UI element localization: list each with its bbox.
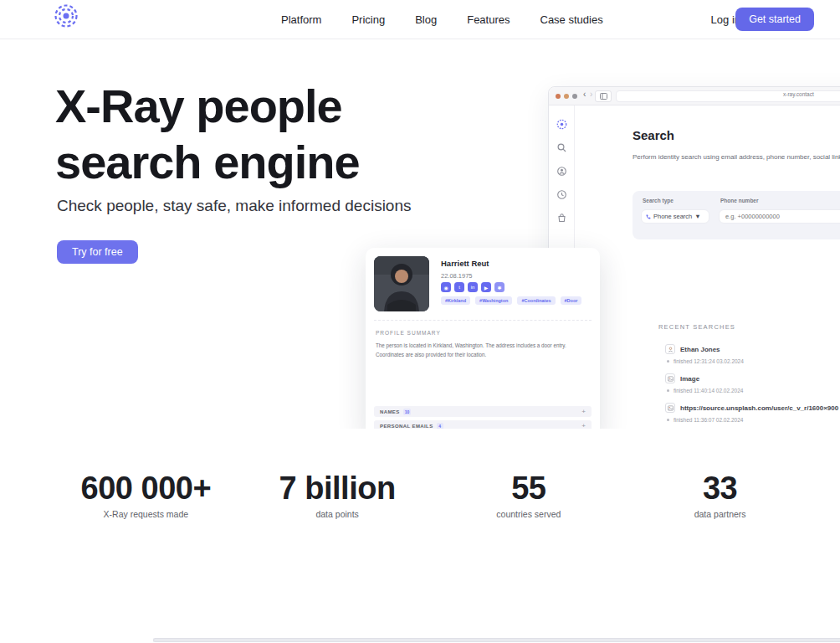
recent-search-status: finished 11:40:14 02.02.2024: [674, 388, 743, 394]
hero-title: X-Ray people search engine: [55, 78, 457, 190]
profile-summary-text: The person is located in Kirkland, Washi…: [376, 341, 586, 359]
nav-platform[interactable]: Platform: [281, 13, 321, 26]
section-divider: [153, 638, 840, 642]
phone-icon: [646, 214, 651, 219]
app-main: Search Perform identity search using ema…: [575, 105, 840, 429]
profile-name: Harriett Reut: [441, 259, 489, 268]
search-type-value: Phone search: [653, 213, 692, 220]
profile-social-links: ◉ t in ▶ ✱: [441, 282, 505, 292]
youtube-icon[interactable]: ▶: [481, 282, 491, 292]
image-icon: [665, 373, 675, 383]
status-dot: [667, 419, 669, 421]
phone-number-input[interactable]: [719, 209, 840, 224]
tag-coordinates[interactable]: #Coordinates: [517, 296, 555, 305]
try-for-free-button[interactable]: Try for free: [57, 240, 138, 264]
profile-tags: #Kirkland #Washington #Coordinates #Door: [441, 296, 581, 305]
plus-icon[interactable]: +: [581, 408, 586, 415]
search-form-panel: Search type Phone number Phone search ▼: [633, 191, 840, 239]
traffic-light-close-icon: [556, 94, 561, 99]
recent-search-item[interactable]: Image finished 11:40:14 02.02.2024: [658, 373, 840, 397]
landing-page: Platform Pricing Blog Features Case stud…: [0, 0, 840, 643]
nav-links: Platform Pricing Blog Features Case stud…: [281, 0, 603, 39]
person-icon: [665, 344, 675, 354]
app-logo-icon[interactable]: [556, 119, 567, 130]
traffic-light-minimize-icon: [564, 94, 569, 99]
stat-value: 55: [433, 471, 625, 507]
recent-search-item[interactable]: Ethan Jones finished 12:31:24 03.02.2024: [658, 344, 840, 368]
twitter-icon[interactable]: t: [454, 282, 464, 292]
browser-url-text: x-ray.contact: [783, 91, 814, 97]
app-history-icon[interactable]: [556, 189, 567, 200]
get-started-button[interactable]: Get started: [735, 8, 814, 31]
nav-features[interactable]: Features: [467, 13, 510, 26]
recent-search-status: finished 12:31:24 03.02.2024: [674, 358, 744, 364]
search-type-dropdown[interactable]: Phone search ▼: [641, 209, 709, 224]
stat-requests: 600 000+ X-Ray requests made: [50, 471, 242, 519]
recent-search-item[interactable]: https://source.unsplash.com/user/c_v_r/1…: [658, 403, 840, 426]
app-profile-icon[interactable]: [556, 166, 567, 177]
stat-data-points: 7 billion data points: [242, 471, 433, 519]
stat-value: 600 000+: [50, 471, 242, 507]
hero-subtitle: Check people, stay safe, make informed d…: [57, 197, 412, 215]
chevron-down-icon: ▼: [694, 213, 700, 220]
stat-label: X-Ray requests made: [50, 509, 242, 519]
recent-search-title: Ethan Jones: [680, 346, 720, 353]
stat-value: 33: [624, 471, 816, 507]
top-nav: Platform Pricing Blog Features Case stud…: [0, 0, 840, 39]
status-dot: [667, 389, 669, 392]
nav-pricing[interactable]: Pricing: [351, 13, 385, 26]
stat-label: countries served: [433, 509, 625, 519]
tag-washington[interactable]: #Washington: [475, 296, 512, 305]
stat-partners: 33 data partners: [624, 471, 816, 519]
stat-label: data points: [242, 509, 433, 519]
instagram-icon[interactable]: ◉: [441, 282, 451, 292]
profile-summary-heading: PROFILE SUMMARY: [376, 330, 441, 336]
phone-number-label: Phone number: [720, 198, 759, 203]
app-cart-icon[interactable]: [556, 213, 567, 224]
nav-blog[interactable]: Blog: [415, 13, 437, 26]
tag-kirkland[interactable]: #Kirkland: [441, 296, 470, 305]
stats-row: 600 000+ X-Ray requests made 7 billion d…: [50, 471, 816, 519]
plus-icon[interactable]: +: [581, 422, 586, 429]
profile-birthdate: 22.08.1975: [441, 272, 473, 280]
hero-section: X-Ray people search engine Check people,…: [0, 39, 840, 429]
count-badge: 10: [403, 409, 412, 415]
image-icon: [665, 403, 675, 413]
stat-label: data partners: [624, 509, 816, 519]
accordion-names[interactable]: NAMES 10 +: [374, 406, 592, 417]
nav-case-studies[interactable]: Case studies: [540, 13, 603, 26]
linkedin-icon[interactable]: in: [468, 282, 478, 292]
web-icon[interactable]: ✱: [494, 282, 505, 292]
browser-forward-icon[interactable]: ›: [590, 90, 592, 99]
recent-search-status: finished 11:36:07 02.02.2024: [674, 417, 743, 423]
app-page-description: Perform identity search using email addr…: [633, 153, 840, 161]
browser-sidebar-icon[interactable]: [595, 90, 612, 102]
accordion-personal-emails[interactable]: PERSONAL EMAILS 4 +: [374, 420, 592, 429]
recent-search-title: Image: [680, 375, 699, 383]
count-badge: 4: [437, 423, 443, 430]
tag-door[interactable]: #Door: [561, 296, 582, 305]
card-divider: [374, 320, 592, 321]
app-search-icon[interactable]: [556, 142, 567, 153]
stat-value: 7 billion: [242, 471, 433, 507]
accordion-label: NAMES: [380, 409, 400, 414]
stat-countries: 55 countries served: [433, 471, 625, 519]
search-type-label: Search type: [643, 198, 674, 203]
recent-searches-heading: RECENT SEARCHES: [658, 323, 735, 331]
status-dot: [667, 360, 669, 363]
brand-logo-icon[interactable]: [54, 3, 79, 28]
app-page-title: Search: [633, 128, 674, 142]
profile-result-card: Harriett Reut 22.08.1975 ◉ t in ▶ ✱ #Kir…: [366, 248, 600, 429]
browser-back-icon[interactable]: ‹: [583, 90, 586, 99]
recent-search-title: https://source.unsplash.com/user/c_v_r/1…: [680, 404, 838, 412]
accordion-label: PERSONAL EMAILS: [380, 424, 433, 429]
profile-photo: [374, 256, 429, 311]
browser-chrome: ‹ › x-ray.contact: [549, 87, 840, 105]
traffic-light-zoom-icon: [572, 94, 577, 99]
